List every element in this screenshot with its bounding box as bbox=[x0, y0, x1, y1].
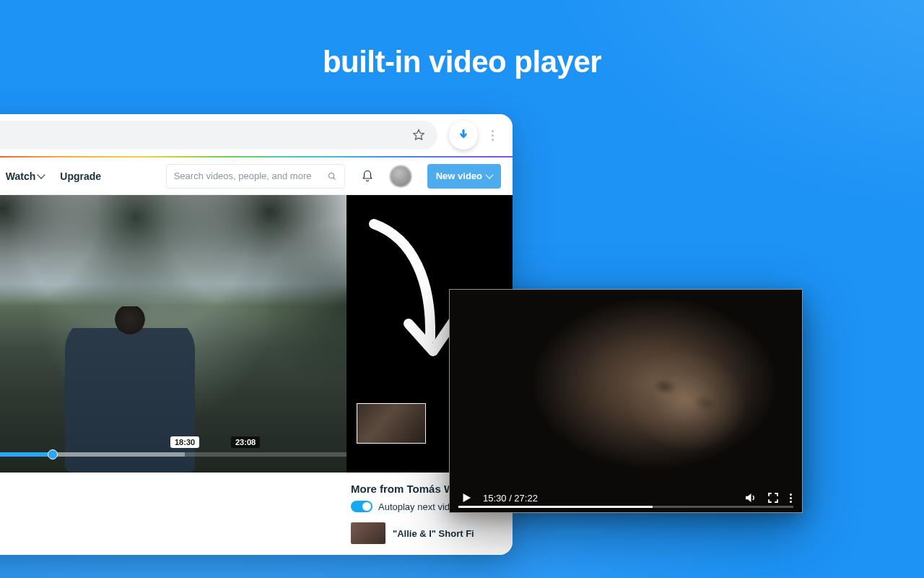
nav-label: Upgrade bbox=[60, 171, 101, 182]
svg-point-0 bbox=[328, 173, 334, 178]
video-player[interactable]: 18:30 23:08 bbox=[0, 195, 513, 473]
popup-video-player[interactable]: 15:30 / 27:22 bbox=[449, 289, 803, 513]
progress-bar[interactable] bbox=[0, 452, 346, 457]
fullscreen-icon[interactable] bbox=[767, 491, 780, 504]
popup-time-display: 15:30 / 27:22 bbox=[483, 493, 538, 504]
search-placeholder: Search videos, people, and more bbox=[174, 171, 312, 181]
video-frame bbox=[0, 195, 346, 473]
browser-menu-icon[interactable] bbox=[482, 130, 502, 141]
nav-label: Watch bbox=[6, 171, 35, 182]
chevron-down-icon bbox=[38, 171, 45, 178]
time-hover-badge: 23:08 bbox=[231, 436, 260, 448]
time-current-badge: 18:30 bbox=[170, 436, 199, 448]
nav-item-watch[interactable]: Watch bbox=[6, 171, 44, 182]
new-video-label: New video bbox=[436, 171, 482, 181]
autoplay-label: Autoplay next video bbox=[378, 501, 460, 512]
browser-window: 0495 s Watch Upgrade Search bbox=[0, 114, 513, 555]
address-bar[interactable]: 0495 bbox=[0, 121, 437, 150]
new-video-button[interactable]: New video bbox=[427, 164, 501, 189]
next-video-item[interactable]: "Allie & I" Short Fi bbox=[351, 522, 501, 544]
search-icon bbox=[327, 171, 337, 181]
next-video-thumbnail bbox=[351, 522, 385, 544]
autoplay-toggle[interactable] bbox=[351, 501, 372, 512]
more-options-icon[interactable] bbox=[790, 493, 792, 503]
progress-handle[interactable] bbox=[48, 449, 58, 460]
download-extension-button[interactable] bbox=[449, 121, 478, 150]
scrub-thumbnail bbox=[357, 403, 426, 444]
chevron-down-icon bbox=[485, 171, 493, 178]
site-nav: s Watch Upgrade Search videos, people, a… bbox=[0, 158, 513, 195]
popup-progress-fill bbox=[458, 506, 653, 508]
popup-progress-bar[interactable] bbox=[458, 506, 793, 508]
progress-fill bbox=[0, 452, 51, 457]
search-input[interactable]: Search videos, people, and more bbox=[166, 164, 345, 189]
volume-icon[interactable] bbox=[744, 491, 757, 504]
popup-video-frame bbox=[450, 290, 802, 512]
page-headline: built-in video player bbox=[0, 45, 924, 79]
nav-item-upgrade[interactable]: Upgrade bbox=[60, 171, 101, 182]
play-icon[interactable] bbox=[460, 491, 473, 504]
browser-toolbar: 0495 bbox=[0, 114, 513, 156]
avatar[interactable] bbox=[390, 165, 411, 187]
popup-controls: 15:30 / 27:22 bbox=[450, 483, 802, 512]
notifications-icon[interactable] bbox=[361, 170, 374, 183]
next-video-title: "Allie & I" Short Fi bbox=[393, 528, 474, 539]
below-video-area: More from Tomás Whitmore Autoplay next v… bbox=[0, 473, 513, 555]
download-arrow-icon bbox=[457, 129, 470, 142]
star-icon[interactable] bbox=[411, 128, 426, 142]
